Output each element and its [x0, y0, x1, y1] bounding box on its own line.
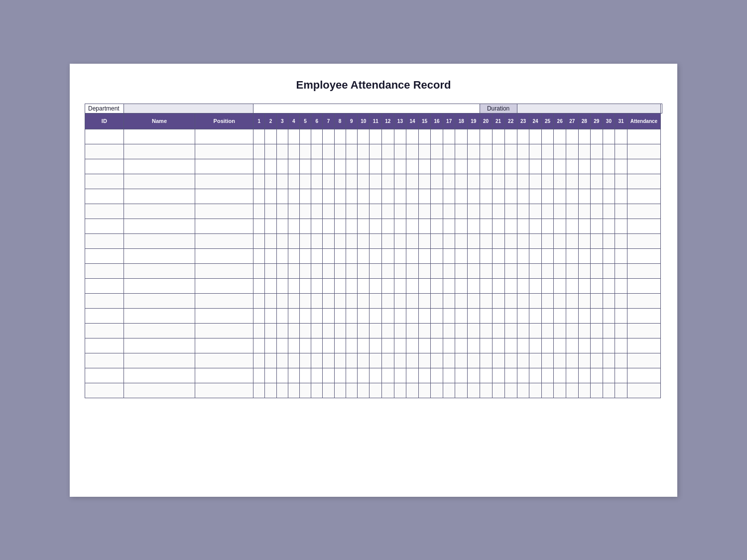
table-cell[interactable]: [85, 248, 124, 263]
table-cell[interactable]: [504, 323, 517, 338]
table-cell[interactable]: [299, 248, 311, 263]
table-cell[interactable]: [578, 353, 591, 368]
table-cell[interactable]: [253, 248, 265, 263]
table-cell[interactable]: [603, 368, 615, 383]
table-cell[interactable]: [406, 278, 419, 293]
table-cell[interactable]: [627, 368, 660, 383]
table-cell[interactable]: [480, 219, 492, 233]
table-cell[interactable]: [124, 368, 195, 383]
table-cell[interactable]: [492, 219, 504, 233]
table-cell[interactable]: [334, 129, 346, 144]
table-cell[interactable]: [253, 353, 265, 368]
table-cell[interactable]: [615, 263, 627, 278]
table-cell[interactable]: [455, 308, 468, 323]
table-cell[interactable]: [276, 159, 288, 174]
table-cell[interactable]: [288, 129, 299, 144]
table-cell[interactable]: [615, 159, 627, 174]
table-cell[interactable]: [288, 174, 299, 189]
table-cell[interactable]: [504, 368, 517, 383]
table-cell[interactable]: [85, 204, 124, 219]
table-cell[interactable]: [492, 233, 504, 248]
table-cell[interactable]: [529, 263, 542, 278]
table-cell[interactable]: [492, 129, 504, 144]
table-cell[interactable]: [467, 323, 480, 338]
table-cell[interactable]: [578, 263, 591, 278]
table-cell[interactable]: [394, 368, 406, 383]
table-cell[interactable]: [615, 144, 627, 159]
table-cell[interactable]: [288, 233, 299, 248]
table-cell[interactable]: [334, 338, 346, 353]
table-cell[interactable]: [603, 323, 615, 338]
table-cell[interactable]: [455, 338, 468, 353]
table-cell[interactable]: [85, 368, 124, 383]
table-cell[interactable]: [323, 189, 334, 204]
table-cell[interactable]: [299, 174, 311, 189]
table-cell[interactable]: [517, 263, 529, 278]
table-cell[interactable]: [394, 308, 406, 323]
table-cell[interactable]: [265, 293, 276, 308]
table-cell[interactable]: [346, 233, 357, 248]
table-cell[interactable]: [480, 129, 492, 144]
table-cell[interactable]: [299, 383, 311, 398]
table-cell[interactable]: [431, 248, 443, 263]
table-cell[interactable]: [431, 383, 443, 398]
table-cell[interactable]: [517, 219, 529, 233]
table-cell[interactable]: [443, 204, 455, 219]
table-cell[interactable]: [394, 129, 406, 144]
table-cell[interactable]: [541, 353, 554, 368]
table-cell[interactable]: [418, 159, 431, 174]
table-cell[interactable]: [311, 323, 323, 338]
table-cell[interactable]: [578, 174, 591, 189]
table-cell[interactable]: [299, 189, 311, 204]
table-cell[interactable]: [480, 293, 492, 308]
table-cell[interactable]: [311, 248, 323, 263]
table-cell[interactable]: [370, 383, 382, 398]
table-cell[interactable]: [492, 174, 504, 189]
table-cell[interactable]: [265, 368, 276, 383]
table-cell[interactable]: [591, 174, 603, 189]
table-cell[interactable]: [323, 174, 334, 189]
table-cell[interactable]: [124, 159, 195, 174]
table-cell[interactable]: [591, 219, 603, 233]
table-cell[interactable]: [265, 353, 276, 368]
table-cell[interactable]: [566, 368, 578, 383]
table-cell[interactable]: [288, 323, 299, 338]
table-cell[interactable]: [541, 278, 554, 293]
table-cell[interactable]: [431, 353, 443, 368]
table-cell[interactable]: [195, 278, 253, 293]
table-cell[interactable]: [394, 174, 406, 189]
table-cell[interactable]: [504, 338, 517, 353]
table-cell[interactable]: [627, 204, 660, 219]
table-cell[interactable]: [541, 383, 554, 398]
table-cell[interactable]: [370, 159, 382, 174]
table-cell[interactable]: [195, 159, 253, 174]
table-cell[interactable]: [370, 248, 382, 263]
table-cell[interactable]: [406, 144, 419, 159]
table-cell[interactable]: [603, 383, 615, 398]
table-cell[interactable]: [253, 233, 265, 248]
table-cell[interactable]: [382, 233, 394, 248]
table-cell[interactable]: [85, 159, 124, 174]
table-cell[interactable]: [504, 144, 517, 159]
table-cell[interactable]: [504, 189, 517, 204]
table-cell[interactable]: [566, 174, 578, 189]
table-cell[interactable]: [603, 263, 615, 278]
table-cell[interactable]: [467, 278, 480, 293]
table-cell[interactable]: [492, 144, 504, 159]
table-cell[interactable]: [591, 338, 603, 353]
table-cell[interactable]: [334, 323, 346, 338]
table-cell[interactable]: [323, 278, 334, 293]
table-cell[interactable]: [603, 248, 615, 263]
table-cell[interactable]: [382, 159, 394, 174]
table-cell[interactable]: [299, 233, 311, 248]
table-cell[interactable]: [370, 338, 382, 353]
table-cell[interactable]: [578, 159, 591, 174]
table-cell[interactable]: [370, 129, 382, 144]
table-cell[interactable]: [382, 189, 394, 204]
table-cell[interactable]: [85, 293, 124, 308]
table-cell[interactable]: [492, 278, 504, 293]
table-cell[interactable]: [566, 144, 578, 159]
table-cell[interactable]: [394, 383, 406, 398]
table-cell[interactable]: [443, 383, 455, 398]
table-cell[interactable]: [323, 338, 334, 353]
